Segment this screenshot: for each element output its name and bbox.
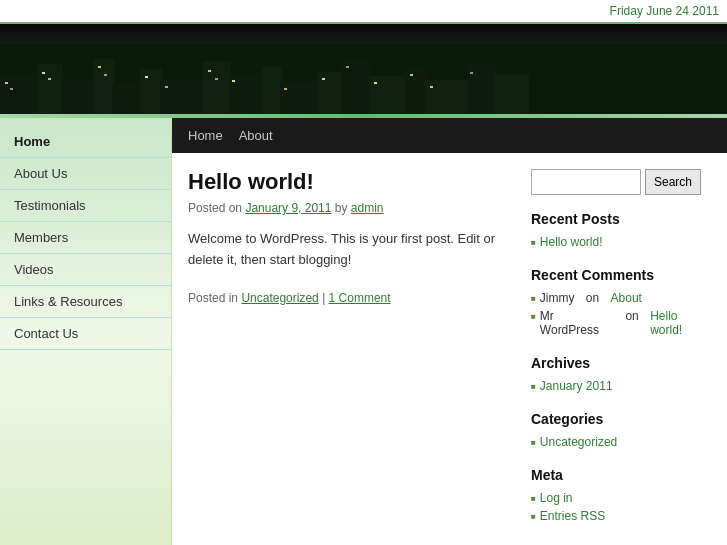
- main-content: Home About Hello world! Posted on Januar…: [172, 118, 727, 545]
- nav-bar: Home About: [172, 118, 727, 153]
- meta-link-login[interactable]: Log in: [540, 491, 573, 505]
- recent-posts-widget: Recent Posts Hello world!: [531, 211, 711, 251]
- svg-rect-19: [5, 82, 8, 84]
- sidebar-item-home[interactable]: Home: [0, 126, 171, 158]
- sidebar: Home About Us Testimonials Members Video…: [0, 118, 172, 545]
- sidebar-item-about-us[interactable]: About Us: [0, 158, 171, 190]
- city-lights: 2007 - Jennie Chin Hoa: [0, 44, 727, 84]
- post-footer: Posted in Uncategorized | 1 Comment: [188, 291, 511, 305]
- post-separator: |: [322, 291, 325, 305]
- recent-comments-list: Jimmy on About Mr WordPress on Hello wor…: [531, 289, 711, 339]
- list-item: Entries RSS: [531, 507, 711, 525]
- svg-rect-22: [48, 78, 51, 80]
- recent-posts-list: Hello world!: [531, 233, 711, 251]
- cityscape-bg: 2007 - Jennie Chin Hoa: [0, 24, 727, 114]
- svg-rect-20: [10, 88, 13, 90]
- sidebar-item-contact-us[interactable]: Contact Us: [0, 318, 171, 350]
- list-item: January 2011: [531, 377, 711, 395]
- sidebar-item-videos[interactable]: Videos: [0, 254, 171, 286]
- categories-widget: Categories Uncategorized: [531, 411, 711, 451]
- svg-rect-2: [38, 64, 63, 114]
- svg-rect-27: [208, 70, 211, 72]
- sidebar-item-testimonials[interactable]: Testimonials: [0, 190, 171, 222]
- post-meta: Posted on January 9, 2011 by admin: [188, 201, 511, 215]
- meta-list: Log in Entries RSS: [531, 489, 711, 525]
- sidebar-item-links-resources[interactable]: Links & Resources: [0, 286, 171, 318]
- svg-rect-7: [160, 79, 205, 114]
- recent-post-link[interactable]: Hello world!: [540, 235, 603, 249]
- list-item: Hello world!: [531, 233, 711, 251]
- list-item: Log in: [531, 489, 711, 507]
- comment-link-1[interactable]: About: [611, 291, 642, 305]
- svg-rect-34: [410, 74, 413, 76]
- sidebar-item-members[interactable]: Members: [0, 222, 171, 254]
- svg-rect-29: [232, 80, 235, 82]
- svg-rect-28: [215, 78, 218, 80]
- svg-rect-31: [322, 78, 325, 80]
- post-title: Hello world!: [188, 169, 511, 195]
- svg-rect-14: [369, 76, 407, 114]
- archives-list: January 2011: [531, 377, 711, 395]
- post-area: Hello world! Posted on January 9, 2011 b…: [188, 169, 511, 541]
- categories-title: Categories: [531, 411, 711, 427]
- search-button[interactable]: Search: [645, 169, 701, 195]
- comment-link-2[interactable]: Hello world!: [650, 309, 711, 337]
- svg-rect-26: [165, 86, 168, 88]
- svg-rect-4: [94, 59, 114, 114]
- archives-title: Archives: [531, 355, 711, 371]
- svg-rect-35: [430, 86, 433, 88]
- post-category[interactable]: Uncategorized: [241, 291, 318, 305]
- svg-rect-18: [494, 74, 529, 114]
- svg-rect-1: [0, 74, 40, 114]
- comment-author-2: Mr WordPress: [540, 309, 614, 337]
- svg-rect-6: [140, 69, 162, 114]
- post-meta-prefix: Posted on: [188, 201, 242, 215]
- search-input[interactable]: [531, 169, 641, 195]
- content-area: Hello world! Posted on January 9, 2011 b…: [172, 153, 727, 545]
- date-text: Friday June 24 2011: [610, 4, 719, 18]
- archives-widget: Archives January 2011: [531, 355, 711, 395]
- comment-author-1: Jimmy: [540, 291, 575, 305]
- svg-rect-8: [203, 62, 231, 114]
- search-widget: Search: [531, 169, 711, 195]
- recent-comments-title: Recent Comments: [531, 267, 711, 283]
- recent-posts-title: Recent Posts: [531, 211, 711, 227]
- svg-rect-3: [61, 79, 96, 114]
- svg-rect-25: [145, 76, 148, 78]
- svg-rect-24: [104, 74, 107, 76]
- comment-connector-2: on: [625, 309, 638, 323]
- svg-rect-12: [318, 72, 343, 114]
- svg-rect-36: [470, 72, 473, 74]
- layout: Home About Us Testimonials Members Video…: [0, 118, 727, 545]
- meta-title: Meta: [531, 467, 711, 483]
- svg-rect-11: [280, 82, 320, 114]
- recent-comments-widget: Recent Comments Jimmy on About Mr WordPr…: [531, 267, 711, 339]
- post-author[interactable]: admin: [351, 201, 384, 215]
- nav-link-home[interactable]: Home: [188, 128, 223, 143]
- svg-rect-23: [98, 66, 101, 68]
- post-body: Welcome to WordPress. This is your first…: [188, 229, 511, 271]
- svg-rect-17: [468, 64, 496, 114]
- archive-link[interactable]: January 2011: [540, 379, 613, 393]
- post-date[interactable]: January 9, 2011: [245, 201, 331, 215]
- svg-rect-30: [284, 88, 287, 90]
- svg-rect-33: [374, 82, 377, 84]
- comment-connector-1: on: [586, 291, 599, 305]
- widgets-sidebar: Search Recent Posts Hello world! Recent …: [531, 169, 711, 541]
- category-link[interactable]: Uncategorized: [540, 435, 617, 449]
- header-banner: 2007 - Jennie Chin Hoa: [0, 24, 727, 114]
- svg-rect-21: [42, 72, 45, 74]
- svg-rect-32: [346, 66, 349, 68]
- list-item: Uncategorized: [531, 433, 711, 451]
- post-comments[interactable]: 1 Comment: [329, 291, 391, 305]
- nav-link-about[interactable]: About: [239, 128, 273, 143]
- list-item: Mr WordPress on Hello world!: [531, 307, 711, 339]
- svg-rect-5: [112, 84, 142, 114]
- svg-rect-15: [405, 68, 427, 114]
- top-bar: Friday June 24 2011: [0, 0, 727, 24]
- categories-list: Uncategorized: [531, 433, 711, 451]
- meta-widget: Meta Log in Entries RSS: [531, 467, 711, 525]
- meta-link-entries-rss[interactable]: Entries RSS: [540, 509, 605, 523]
- list-item: Jimmy on About: [531, 289, 711, 307]
- svg-rect-13: [341, 60, 371, 114]
